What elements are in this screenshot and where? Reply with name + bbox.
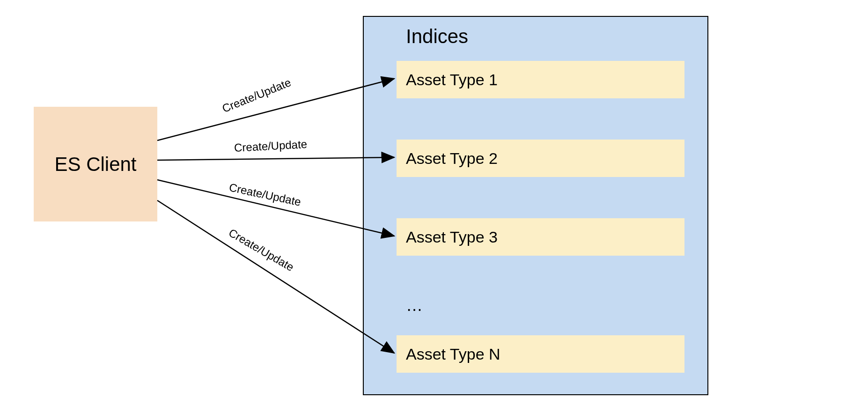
asset-type-n-label: Asset Type N [406, 345, 500, 363]
index-asset-type-n: Asset Type N [397, 335, 684, 373]
index-asset-type-3: Asset Type 3 [397, 218, 684, 256]
index-asset-type-1: Asset Type 1 [397, 61, 684, 98]
es-client-box: ES Client [34, 107, 157, 221]
arrow-to-asset-2 [157, 157, 394, 160]
asset-type-3-label: Asset Type 3 [406, 228, 498, 246]
asset-type-2-label: Asset Type 2 [406, 149, 498, 168]
index-asset-type-2: Asset Type 2 [397, 140, 684, 177]
indices-container: Indices Asset Type 1 Asset Type 2 Asset … [363, 16, 708, 395]
edge-label-2: Create/Update [234, 138, 307, 155]
edge-label-4: Create/Update [226, 226, 296, 274]
arrow-to-asset-3 [157, 180, 394, 236]
edge-label-1: Create/Update [220, 76, 293, 115]
asset-type-1-label: Asset Type 1 [406, 71, 498, 89]
arrow-to-asset-n [157, 200, 394, 353]
edge-label-3: Create/Update [228, 181, 302, 209]
ellipsis-label: … [406, 295, 423, 315]
indices-title: Indices [406, 25, 468, 48]
es-client-label: ES Client [54, 153, 136, 176]
